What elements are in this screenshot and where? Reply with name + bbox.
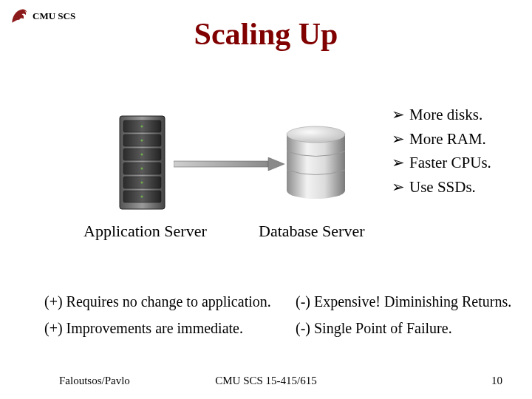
footer-page-number: 10 xyxy=(491,375,502,387)
footer-course: CMU SCS 15-415/615 xyxy=(0,375,532,387)
svg-point-11 xyxy=(141,182,143,184)
architecture-diagram xyxy=(111,107,332,218)
svg-point-16 xyxy=(287,183,345,199)
pros-list: (+) Requires no change to application. (… xyxy=(44,288,271,341)
bullet-text: More disks. xyxy=(409,106,482,123)
bullet-text: Faster CPUs. xyxy=(409,154,491,171)
bullet-item: ➢Faster CPUs. xyxy=(392,151,491,175)
pro-item: (+) Requires no change to application. xyxy=(44,288,271,315)
svg-point-12 xyxy=(141,196,143,198)
bullet-text: More RAM. xyxy=(409,130,486,148)
svg-rect-13 xyxy=(174,161,268,167)
caption-database-server: Database Server xyxy=(259,222,365,241)
upgrade-bullets: ➢More disks. ➢More RAM. ➢Faster CPUs. ➢U… xyxy=(392,103,491,199)
bullet-item: ➢Use SSDs. xyxy=(392,175,491,200)
database-icon xyxy=(284,126,347,200)
bullet-arrow-icon: ➢ xyxy=(392,106,405,123)
svg-point-8 xyxy=(141,140,143,142)
con-item: (-) Single Point of Failure. xyxy=(296,315,511,341)
svg-point-7 xyxy=(141,126,143,128)
pro-item: (+) Improvements are immediate. xyxy=(44,315,271,341)
bullet-text: Use SSDs. xyxy=(409,178,476,196)
caption-application-server: Application Server xyxy=(83,222,207,241)
svg-rect-15 xyxy=(287,134,345,191)
bullet-arrow-icon: ➢ xyxy=(392,178,405,195)
svg-point-10 xyxy=(141,168,143,170)
svg-marker-14 xyxy=(268,157,284,171)
svg-point-17 xyxy=(287,126,345,143)
bullet-arrow-icon: ➢ xyxy=(392,130,405,147)
cons-list: (-) Expensive! Diminishing Returns. (-) … xyxy=(296,288,511,341)
slide-title: Scaling Up xyxy=(0,16,532,52)
bullet-arrow-icon: ➢ xyxy=(392,154,405,171)
server-rack-icon xyxy=(118,115,166,211)
svg-point-9 xyxy=(141,154,143,156)
bullet-item: ➢More RAM. xyxy=(392,127,491,151)
con-item: (-) Expensive! Diminishing Returns. xyxy=(296,288,511,315)
arrow-icon xyxy=(174,157,284,171)
bullet-item: ➢More disks. xyxy=(392,103,491,127)
